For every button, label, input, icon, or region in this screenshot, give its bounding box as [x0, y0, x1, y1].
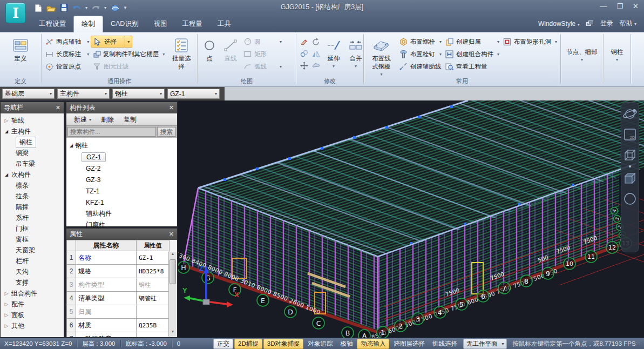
tab-CAD识别[interactable]: CAD识别 [103, 16, 146, 32]
place-bolt-button[interactable]: 布置螺栓▾ [397, 36, 443, 48]
tab-绘制[interactable]: 绘制 [73, 16, 103, 32]
sidebar-item-拉条[interactable]: 拉条 [1, 191, 64, 202]
node-detail-button[interactable]: 节点、细部 ▾ [564, 46, 600, 64]
select-button[interactable]: 选择 [91, 36, 125, 48]
view-quantity-button[interactable]: 查看工程量 [443, 61, 501, 72]
copy-to-other-floors-button[interactable]: 复制构件到其它楼层▾ [91, 48, 166, 60]
select-dropdown[interactable]: ▾ [125, 36, 132, 48]
set-origin-button[interactable]: 设置原点 [43, 61, 91, 72]
view-2d-icon[interactable]: 2D [622, 126, 638, 143]
property-value[interactable] [137, 305, 170, 319]
scroll-down-icon[interactable]: ▼ [169, 330, 177, 337]
two-point-aux-axis-button[interactable]: 两点辅轴▾ [43, 36, 91, 48]
sidebar-item-钢梁[interactable]: 钢梁 [1, 147, 64, 158]
place-stud-button[interactable]: 布置栓钉▾ [397, 48, 443, 60]
expanded-arrow-icon[interactable]: ◢ [70, 143, 73, 148]
collapsed-arrow-icon[interactable]: ▷ [4, 312, 9, 318]
minimize-button[interactable]: — [600, 2, 607, 10]
property-value[interactable]: 钢管柱 [137, 292, 170, 305]
component-group-钢柱[interactable]: ◢钢柱 [70, 140, 177, 151]
toggle-ortho[interactable]: 正交 [213, 339, 233, 349]
create-composite-button[interactable]: 创建组合构件▾ [443, 48, 501, 60]
place-rect-hole-button[interactable]: 布置矩形孔洞▾ [501, 36, 559, 48]
help-menu[interactable]: 帮助 ▾ [620, 19, 636, 28]
sidebar-item-隔撑[interactable]: 隔撑 [1, 202, 64, 212]
expanded-arrow-icon[interactable]: ◢ [4, 172, 9, 177]
place-linear-plate-button[interactable]: 布置线式钢板 ▾ [367, 35, 396, 78]
point-button[interactable]: 点 [200, 35, 219, 64]
cascade-windows-icon[interactable] [586, 21, 594, 26]
property-row-材质[interactable]: 6材质Q235B [67, 319, 170, 332]
scrollbar-thumb[interactable] [170, 259, 176, 284]
toggle-dynamic-input[interactable]: 动态输入 [357, 339, 389, 349]
workplane-dropdown[interactable]: 无工作平面▾ [463, 339, 507, 349]
property-row-清单类型[interactable]: 4清单类型钢管柱 [67, 292, 170, 305]
toggle-polar[interactable]: 极轴 [337, 339, 356, 348]
toggle-osnap-3d[interactable]: 3D对象捕捉 [263, 339, 304, 349]
collapsed-arrow-icon[interactable]: ▷ [4, 323, 9, 328]
delete-component-button[interactable]: 删除 [97, 114, 118, 125]
property-value[interactable]: HD325*8 [137, 265, 170, 278]
app-logo-icon[interactable]: I [5, 3, 26, 23]
component-type-dropdown[interactable]: 钢柱▾ [112, 89, 165, 99]
toggle-polyline-select[interactable]: 折线选择 [429, 339, 460, 348]
arc-button[interactable]: 弧线▾ [241, 61, 283, 72]
sidebar-item-窗框[interactable]: 窗框 [1, 234, 64, 245]
close-button[interactable]: ✕ [633, 2, 639, 10]
floor-level-dropdown[interactable]: 基础层▾ [2, 89, 55, 99]
define-button[interactable]: 定义 [10, 35, 31, 64]
rectangle-button[interactable]: 矩形 [241, 48, 283, 60]
merge-button[interactable]: 合并 ▾ [345, 35, 366, 70]
sidebar-item-轴线[interactable]: ▷轴线 [1, 115, 64, 126]
viewport-3d[interactable]: 1300 8400 8000 8000 3010 8000 8500 2600 … [178, 100, 644, 338]
scroll-up-icon[interactable]: ▲ [169, 252, 177, 259]
create-aux-line-button[interactable]: 创建辅助线 [397, 61, 443, 72]
resize-grip[interactable]: ⁙ [636, 341, 641, 347]
property-value[interactable] [137, 332, 170, 338]
sidebar-item-配件[interactable]: ▷配件 [1, 299, 64, 310]
tab-工程量[interactable]: 工程量 [174, 16, 210, 32]
sidebar-item-檩条[interactable]: 檩条 [1, 180, 64, 191]
component-item-辅助构件[interactable]: 辅助构件 [82, 208, 177, 219]
window-style-menu[interactable]: WindowStyle ▾ [538, 20, 580, 28]
sidebar-item-面板[interactable]: ▷面板 [1, 310, 64, 320]
extend-button[interactable]: 延伸 ▾ [324, 35, 343, 70]
steel-column-button[interactable]: 钢柱 ▾ [608, 46, 626, 64]
tab-视图[interactable]: 视图 [146, 16, 174, 32]
sidebar-item-支撑[interactable]: 支撑 [1, 277, 64, 288]
collapsed-arrow-icon[interactable]: ▷ [4, 301, 9, 307]
create-ownership-button[interactable]: 创建归属▾ [443, 36, 501, 48]
mirror-icon[interactable] [310, 48, 322, 59]
line-button[interactable]: 直线 [221, 35, 240, 64]
property-row-规格[interactable]: 2规格HD325*8 [67, 265, 170, 278]
sidebar-item-系杆[interactable]: 系杆 [1, 212, 64, 223]
orbit-circle-icon[interactable] [622, 191, 638, 207]
expanded-arrow-icon[interactable]: ◢ [4, 129, 9, 134]
component-search-input[interactable] [67, 127, 156, 137]
component-name-dropdown[interactable]: GZ-1▾ [167, 89, 220, 99]
sidebar-item-主构件[interactable]: ◢主构件 [1, 126, 64, 137]
property-row-归属[interactable]: 5归属 [67, 305, 170, 319]
sidebar-item-天窗架[interactable]: 天窗架 [1, 245, 64, 256]
component-item-TZ-1[interactable]: TZ-1 [82, 185, 177, 197]
toggle-cross-layer-select[interactable]: 跨图层选择 [390, 339, 428, 348]
copy-component-button[interactable]: 复制 [119, 114, 141, 125]
sidebar-item-其他[interactable]: ▷其他 [1, 320, 64, 331]
offset-icon[interactable] [298, 48, 310, 59]
component-search-button[interactable]: 搜索 [157, 127, 176, 137]
component-item-GZ-3[interactable]: GZ-3 [82, 174, 177, 185]
toggle-object-track[interactable]: 对象追踪 [304, 339, 336, 348]
property-row-除锈防腐[interactable]: 7+除锈防腐 [67, 332, 170, 338]
batch-select-button[interactable]: 批量选择 [168, 35, 194, 72]
navigation-panel-close-icon[interactable]: ✕ [56, 104, 60, 111]
login-menu[interactable]: 登录 [600, 19, 613, 28]
circle-button[interactable]: 圆▾ [241, 36, 283, 48]
wireframe-cube-icon[interactable] [622, 147, 638, 163]
sidebar-item-钢柱[interactable]: 钢柱 [1, 137, 64, 147]
property-value[interactable]: GZ-1 [137, 251, 170, 265]
view-mode-dropdown-icon[interactable]: ▼ [628, 164, 632, 169]
component-item-GZ-1[interactable]: GZ-1 [82, 151, 177, 163]
tab-工具[interactable]: 工具 [210, 16, 239, 32]
tab-工程设置[interactable]: 工程设置 [31, 16, 73, 32]
sidebar-item-门框[interactable]: 门框 [1, 223, 64, 234]
